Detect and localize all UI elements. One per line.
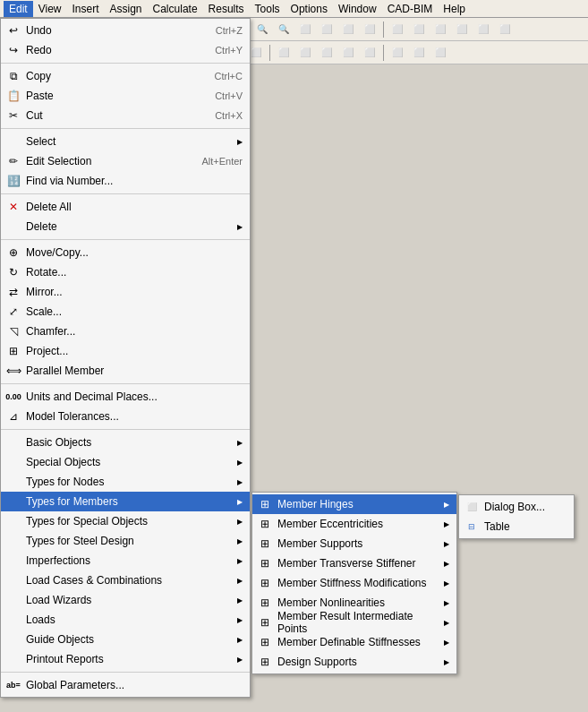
units-label: Units and Decimal Places... [26, 390, 158, 403]
member-supports-label: Member Supports [277, 537, 362, 550]
toolbar-btn-17[interactable]: ⬜ [360, 20, 379, 39]
menu-item-find[interactable]: 🔢 Find via Number... [1, 171, 250, 191]
menu-item-special-objects[interactable]: Special Objects ▶ [1, 452, 250, 472]
member-supports-icon: ⊞ [256, 537, 274, 550]
submenu-table[interactable]: ⊟ Table [459, 517, 574, 536]
submenu-member-stiffness[interactable]: ⊞ Member Stiffness Modifications ▶ [252, 573, 456, 593]
submenu-member-hinges[interactable]: ⊞ Member Hinges ▶ ⬜ Dialog Box... ⊟ Tabl… [252, 494, 456, 514]
menu-window[interactable]: Window [333, 1, 382, 17]
toolbar2-btn-20[interactable]: ⬜ [430, 43, 450, 63]
toolbar2-btn-19[interactable]: ⬜ [409, 43, 429, 63]
toolbar2-btn-17[interactable]: ⬜ [360, 43, 379, 63]
menu-item-loads[interactable]: Loads ▶ [1, 610, 250, 630]
delete-all-icon: ✕ [4, 201, 22, 213]
member-transverse-icon: ⊞ [256, 557, 274, 570]
toolbar-btn-22[interactable]: ⬜ [473, 20, 493, 39]
menu-item-global-params[interactable]: ab= Global Parameters... [1, 675, 250, 695]
menu-item-delete[interactable]: Delete ▶ [1, 217, 250, 236]
cut-shortcut: Ctrl+X [197, 110, 243, 121]
member-transverse-arrow: ▶ [444, 560, 449, 568]
submenu-member-supports[interactable]: ⊞ Member Supports ▶ [252, 534, 456, 553]
loads-label: Loads [26, 613, 55, 626]
toolbar-btn-23[interactable]: ⬜ [495, 20, 515, 39]
submenu-member-result-points[interactable]: ⊞ Member Result Intermediate Points ▶ [252, 613, 456, 632]
toolbar-btn-16[interactable]: ⬜ [338, 20, 358, 39]
chamfer-icon: ◹ [4, 325, 22, 338]
toolbar2-sep-3 [383, 45, 384, 61]
submenu-member-eccentricities[interactable]: ⊞ Member Eccentricities ▶ [252, 514, 456, 534]
sep-7 [1, 672, 250, 673]
submenu-member-transverse[interactable]: ⊞ Member Transverse Stiffener ▶ [252, 553, 456, 573]
menu-item-imperfections[interactable]: Imperfections ▶ [1, 551, 250, 570]
member-definable-icon: ⊞ [256, 636, 274, 648]
submenu-member-definable[interactable]: ⊞ Member Definable Stiffnesses ▶ [252, 632, 456, 652]
menu-item-move-copy[interactable]: ⊕ Move/Copy... [1, 243, 250, 262]
find-icon: 🔢 [4, 175, 22, 187]
menu-item-redo[interactable]: ↪ Redo Ctrl+Y [1, 40, 250, 60]
member-stiffness-label: Member Stiffness Modifications [277, 577, 427, 589]
toolbar-btn-13[interactable]: 🔍 [274, 20, 294, 39]
menu-item-paste[interactable]: 📋 Paste Ctrl+V [1, 86, 250, 106]
menu-item-scale[interactable]: ⤢ Scale... [1, 302, 250, 322]
menu-view[interactable]: View [33, 1, 67, 17]
menu-assign[interactable]: Assign [105, 1, 148, 17]
menu-item-delete-all[interactable]: ✕ Delete All [1, 197, 250, 217]
toolbar-btn-19[interactable]: ⬜ [409, 20, 429, 39]
menu-edit[interactable]: Edit [4, 1, 33, 17]
menu-item-rotate[interactable]: ↻ Rotate... [1, 262, 250, 282]
menu-help[interactable]: Help [438, 1, 471, 17]
toolbar-btn-20[interactable]: ⬜ [430, 20, 450, 39]
dialog-box-icon: ⬜ [463, 502, 481, 511]
rotate-icon: ↻ [4, 266, 22, 279]
select-arrow: ▶ [237, 138, 243, 146]
submenu-dialog-box[interactable]: ⬜ Dialog Box... [459, 497, 574, 517]
toolbar2-btn-18[interactable]: ⬜ [388, 43, 407, 63]
menu-item-cut[interactable]: ✂ Cut Ctrl+X [1, 106, 250, 125]
toolbar2-btn-16[interactable]: ⬜ [338, 43, 358, 63]
menu-item-mirror[interactable]: ⇄ Mirror... [1, 282, 250, 302]
copy-label: Copy [26, 70, 51, 82]
member-definable-label: Member Definable Stiffnesses [277, 636, 421, 648]
toolbar-btn-15[interactable]: ⬜ [317, 20, 337, 39]
menu-item-load-cases[interactable]: Load Cases & Combinations ▶ [1, 570, 250, 590]
copy-icon: ⧉ [4, 70, 22, 82]
toolbar-btn-14[interactable]: ⬜ [295, 20, 315, 39]
menu-item-types-special[interactable]: Types for Special Objects ▶ [1, 511, 250, 531]
design-supports-label: Design Supports [277, 656, 357, 668]
menu-item-select[interactable]: Select ▶ [1, 132, 250, 151]
menu-item-project[interactable]: ⊞ Project... [1, 341, 250, 361]
menu-item-edit-sel[interactable]: ✏ Edit Selection Alt+Enter [1, 151, 250, 171]
member-result-label: Member Result Intermediate Points [277, 610, 444, 635]
toolbar-btn-18[interactable]: ⬜ [388, 20, 407, 39]
menu-options[interactable]: Options [285, 1, 333, 17]
toolbar2-btn-13[interactable]: ⬜ [274, 43, 294, 63]
menu-item-guide-objects[interactable]: Guide Objects ▶ [1, 630, 250, 649]
toolbar-btn-12[interactable]: 🔍 [252, 20, 272, 39]
submenu-design-supports[interactable]: ⊞ Design Supports ▶ [252, 652, 456, 672]
menu-tools[interactable]: Tools [250, 1, 285, 17]
menu-item-types-nodes[interactable]: Types for Nodes ▶ [1, 472, 250, 492]
member-hinges-icon: ⊞ [256, 498, 274, 510]
menu-item-tolerances[interactable]: ⊿ Model Tolerances... [1, 407, 250, 426]
load-wizards-label: Load Wizards [26, 594, 91, 606]
redo-icon: ↪ [4, 44, 22, 56]
units-icon: 0.00 [4, 392, 22, 401]
menu-insert[interactable]: Insert [66, 1, 104, 17]
menu-item-copy[interactable]: ⧉ Copy Ctrl+C [1, 66, 250, 86]
toolbar-btn-21[interactable]: ⬜ [452, 20, 472, 39]
toolbar2-btn-15[interactable]: ⬜ [317, 43, 337, 63]
menu-item-types-members[interactable]: Types for Members ▶ ⊞ Member Hinges ▶ ⬜ … [1, 492, 250, 511]
menu-item-printout[interactable]: Printout Reports ▶ [1, 649, 250, 669]
menu-item-chamfer[interactable]: ◹ Chamfer... [1, 322, 250, 341]
menu-item-undo[interactable]: ↩ Undo Ctrl+Z [1, 21, 250, 40]
menu-calculate[interactable]: Calculate [148, 1, 203, 17]
menu-item-units[interactable]: 0.00 Units and Decimal Places... [1, 387, 250, 407]
menu-results[interactable]: Results [203, 1, 250, 17]
menu-item-types-steel[interactable]: Types for Steel Design ▶ [1, 531, 250, 551]
menu-item-parallel[interactable]: ⟺ Parallel Member [1, 361, 250, 381]
toolbar2-btn-14[interactable]: ⬜ [295, 43, 315, 63]
printout-label: Printout Reports [26, 653, 104, 665]
menu-cadbim[interactable]: CAD-BIM [382, 1, 439, 17]
menu-item-basic-objects[interactable]: Basic Objects ▶ [1, 433, 250, 452]
menu-item-load-wizards[interactable]: Load Wizards ▶ [1, 590, 250, 610]
